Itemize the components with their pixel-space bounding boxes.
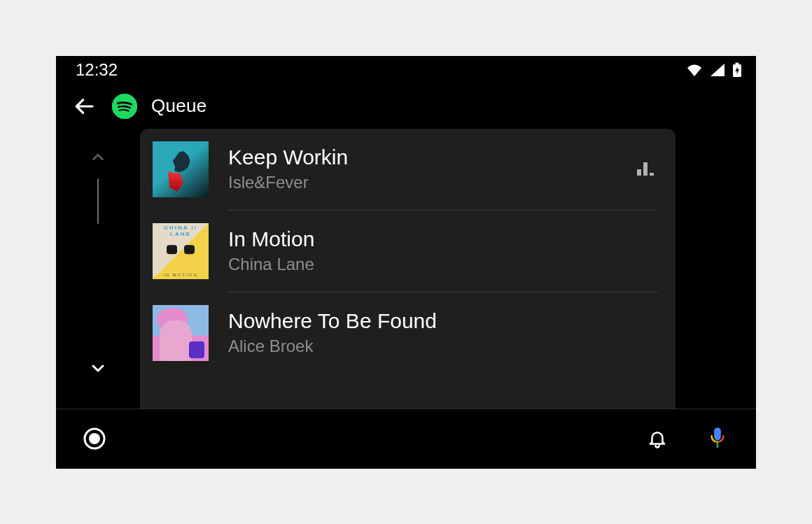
- track-artist: Alice Broek: [228, 337, 658, 356]
- status-bar: 12:32: [56, 56, 756, 84]
- notifications-button[interactable]: [640, 421, 675, 456]
- queue-row[interactable]: Keep Workin Isle&Fever: [140, 129, 676, 210]
- track-title: In Motion: [228, 227, 658, 252]
- scroll-up-button[interactable]: [87, 146, 109, 169]
- back-button[interactable]: [70, 92, 98, 120]
- track-info: Nowhere To Be Found Alice Broek: [228, 309, 658, 356]
- clock: 12:32: [76, 60, 118, 80]
- album-art: [153, 141, 209, 197]
- scroll-column: [56, 129, 140, 409]
- track-artist: China Lane: [228, 255, 658, 274]
- queue-row[interactable]: CHINA // LANE IN MOTION In Motion China …: [140, 211, 676, 292]
- track-info: Keep Workin Isle&Fever: [228, 146, 617, 192]
- home-button[interactable]: [77, 421, 112, 456]
- battery-icon: [732, 62, 742, 78]
- track-title: Nowhere To Be Found: [228, 309, 658, 334]
- album-art: [153, 305, 209, 361]
- app-header: Queue: [56, 84, 756, 129]
- queue-row[interactable]: Nowhere To Be Found Alice Broek: [140, 292, 676, 382]
- svg-rect-1: [736, 62, 739, 64]
- cellular-icon: [710, 63, 725, 77]
- queue-card: Keep Workin Isle&Fever CHINA // LANE IN …: [140, 129, 676, 409]
- device-screen: 12:32 Queue: [56, 56, 756, 469]
- scroll-down-button[interactable]: [87, 357, 109, 379]
- scroll-indicator: [97, 178, 99, 224]
- wifi-icon: [686, 63, 703, 77]
- main-area: Keep Workin Isle&Fever CHINA // LANE IN …: [56, 129, 756, 409]
- spotify-icon: [112, 94, 137, 119]
- voice-assistant-button[interactable]: [700, 421, 735, 456]
- nav-bar: [56, 409, 756, 469]
- now-playing-icon: [637, 162, 658, 176]
- header-title: Queue: [151, 95, 207, 117]
- track-title: Keep Workin: [228, 146, 617, 170]
- album-art: CHINA // LANE IN MOTION: [153, 223, 209, 279]
- track-info: In Motion China Lane: [228, 227, 658, 274]
- track-artist: Isle&Fever: [228, 173, 617, 192]
- svg-point-5: [89, 433, 100, 444]
